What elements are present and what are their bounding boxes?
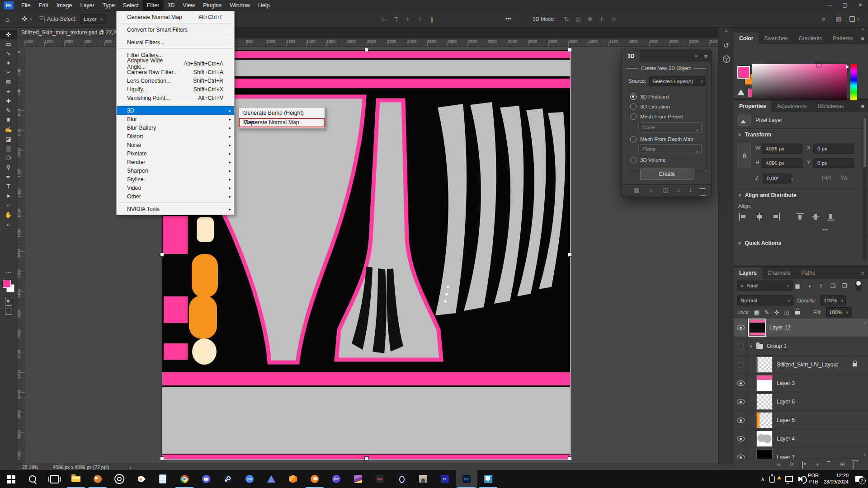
- hand-tool[interactable]: ✋: [0, 210, 17, 220]
- pp-app-icon[interactable]: PP: [326, 470, 347, 488]
- zoom-level[interactable]: 22,18%: [22, 465, 38, 470]
- panel-menu-icon[interactable]: ≡: [861, 103, 864, 110]
- filter-item-stylize[interactable]: Stylize ▸: [117, 175, 234, 183]
- group-caret-icon[interactable]: ∨: [750, 344, 753, 348]
- scroll-down-icon[interactable]: ∨: [863, 452, 866, 457]
- hue-strip[interactable]: [850, 64, 857, 106]
- pen-tool[interactable]: ✒: [0, 172, 17, 182]
- menu-file[interactable]: File: [17, 0, 34, 11]
- kind-filter-dropdown[interactable]: ⌕ Kind∨: [737, 281, 793, 291]
- 3d-panel-icon[interactable]: [718, 52, 734, 66]
- healing-brush-tool[interactable]: ✚: [0, 96, 17, 106]
- expand-panels-icon[interactable]: «: [718, 28, 734, 33]
- menu-type[interactable]: Type: [99, 0, 119, 11]
- filter-item-3d[interactable]: 3D ▸: [117, 106, 234, 115]
- photo-app-icon[interactable]: [412, 470, 434, 488]
- color-picker-cursor[interactable]: [816, 62, 822, 68]
- history-panel-icon[interactable]: ↺: [718, 39, 734, 52]
- align-bottom-icon[interactable]: ⊥: [414, 16, 426, 23]
- type-tool[interactable]: T: [0, 182, 17, 191]
- collapse-panel-icon[interactable]: »: [695, 53, 698, 58]
- layer-name[interactable]: Layer 12: [769, 324, 791, 331]
- start-button[interactable]: [0, 470, 22, 488]
- move-tool-options-icon[interactable]: ✜∨: [22, 11, 32, 27]
- tab-swatches[interactable]: Swatches: [759, 33, 793, 44]
- color-field[interactable]: [752, 64, 847, 106]
- pan-3d-icon[interactable]: ✜: [584, 16, 596, 23]
- status-chevron-icon[interactable]: ›: [130, 465, 132, 470]
- submenu-item-generate-bump-map[interactable]: Generate Bump (Height) Map...: [239, 108, 325, 118]
- minimize-button[interactable]: —: [822, 0, 837, 11]
- layer-row[interactable]: ∨ Layer 3: [734, 374, 868, 393]
- transform-handle[interactable]: [568, 253, 572, 257]
- tab-properties[interactable]: Properties: [734, 100, 771, 112]
- transform-handle[interactable]: [364, 48, 368, 52]
- tab-layers[interactable]: Layers: [734, 267, 762, 279]
- photoshop-icon[interactable]: Ps: [456, 470, 477, 488]
- filter-item-video[interactable]: Video ▸: [117, 183, 234, 192]
- eye-app-icon[interactable]: [391, 470, 412, 488]
- volume-icon[interactable]: [798, 477, 800, 481]
- add-constraint-icon[interactable]: ⊥: [676, 187, 681, 193]
- auto-select-checkbox[interactable]: ✓ Auto-Select:: [39, 11, 76, 27]
- visibility-toggle[interactable]: [734, 374, 748, 392]
- filter-item-blur-gallery[interactable]: Blur Gallery ▸: [117, 123, 234, 132]
- more-options-button[interactable]: •••: [505, 11, 511, 27]
- transform-section-header[interactable]: ∨Transform: [734, 129, 868, 140]
- history-brush-tool[interactable]: ✍: [0, 125, 17, 134]
- transform-handle[interactable]: [364, 456, 368, 460]
- menu-plugins[interactable]: Plugins: [199, 0, 226, 11]
- eyedropper-tool[interactable]: ⌖: [0, 87, 17, 96]
- tab-3d[interactable]: 3D: [622, 50, 640, 62]
- menu-view[interactable]: View: [179, 0, 199, 11]
- clock[interactable]: 12:2028/09/2024: [824, 473, 849, 485]
- panel-menu-icon[interactable]: ≡: [861, 270, 864, 277]
- align-left-icon[interactable]: ⊢: [379, 16, 391, 23]
- frame-tool[interactable]: ⊠: [0, 77, 17, 87]
- marquee-tool[interactable]: ▭: [0, 39, 17, 49]
- align-top-icon[interactable]: ⊤: [391, 16, 402, 23]
- layer-row[interactable]: ∨ Layer 12: [734, 319, 868, 337]
- notepad-icon[interactable]: [152, 470, 174, 488]
- delete-constraint-icon[interactable]: ⊥: [688, 187, 693, 193]
- screen-mode-icon[interactable]: [5, 309, 12, 315]
- foreground-background-swatches[interactable]: [2, 280, 15, 294]
- align-more-button[interactable]: •••: [822, 227, 828, 232]
- layer-name[interactable]: Layer 3: [777, 380, 795, 386]
- visibility-toggle[interactable]: [734, 319, 748, 337]
- filter-item-generate-normal-map[interactable]: Generate Normal Map Alt+Ctrl+F ▸: [117, 13, 234, 21]
- source-dropdown[interactable]: Selected Layer(s)∨: [649, 76, 706, 86]
- menu-3d[interactable]: 3D: [163, 0, 179, 11]
- blend-mode-dropdown[interactable]: Normal∨: [737, 296, 793, 305]
- foreground-color-swatch[interactable]: [737, 66, 750, 79]
- slide-3d-icon[interactable]: ✛: [596, 16, 608, 23]
- menu-separator[interactable]: ▸: [118, 202, 233, 203]
- tab-adjustments[interactable]: Adjustments: [771, 100, 812, 112]
- zoom-tool[interactable]: ⌕: [0, 220, 17, 229]
- visibility-toggle[interactable]: [734, 356, 748, 374]
- distribute-icon[interactable]: ∥: [426, 16, 438, 23]
- filter-item-vanishing-point[interactable]: Vanishing Point... Alt+Ctrl+V ▸: [117, 94, 234, 102]
- file-explorer-icon[interactable]: [65, 470, 87, 488]
- menu-filter[interactable]: Filter: [143, 0, 164, 11]
- artstation-app-icon[interactable]: AS: [369, 470, 391, 488]
- move-tool[interactable]: ✜: [0, 30, 17, 39]
- layout-icon[interactable]: ▦: [835, 11, 842, 27]
- radio-mesh-from-preset[interactable]: Mesh From Preset: [622, 113, 719, 120]
- layer-name[interactable]: Group 1: [767, 343, 787, 349]
- delete-layer-icon[interactable]: [853, 462, 854, 469]
- y-field[interactable]: 0 px: [813, 158, 854, 168]
- close-button[interactable]: ✕: [853, 0, 868, 11]
- lock-transparency-icon[interactable]: ▦: [752, 309, 762, 316]
- quick-mask-icon[interactable]: [5, 297, 12, 306]
- filter-type-layers-icon[interactable]: T: [815, 282, 827, 289]
- depth-map-dropdown[interactable]: Plane ∨: [638, 144, 702, 154]
- filter-item-convert-smart-filters[interactable]: Convert for Smart Filters ▸: [117, 25, 234, 34]
- filter-item-distort[interactable]: Distort ▸: [117, 132, 234, 141]
- layer-name[interactable]: Layer 7: [777, 454, 795, 459]
- drop-app-icon[interactable]: [130, 470, 152, 488]
- menu-select[interactable]: Select: [119, 0, 143, 11]
- tab-paths[interactable]: Paths: [796, 267, 821, 279]
- filter-item-neural-filters[interactable]: Neural Filters... ▸: [117, 38, 234, 47]
- menu-separator[interactable]: ▸: [118, 104, 233, 104]
